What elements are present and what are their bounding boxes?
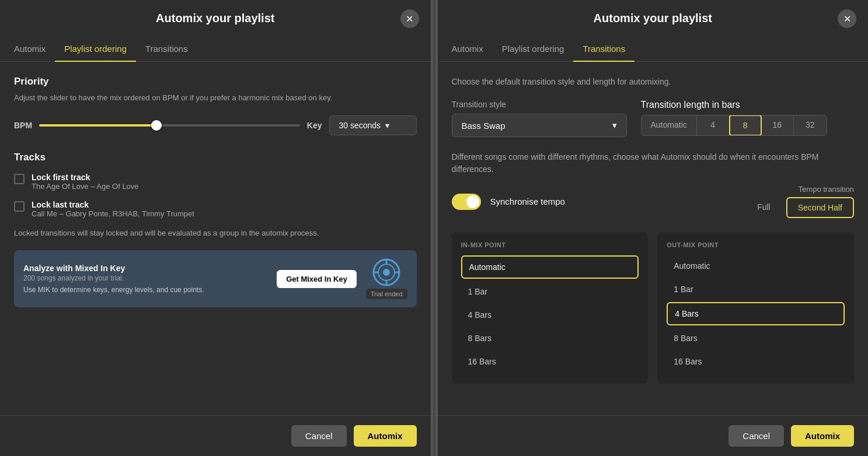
priority-title: Priority <box>14 76 417 87</box>
right-close-button[interactable]: ✕ <box>838 9 856 28</box>
mik-text: Analyze with Mixed In Key 200 songs anal… <box>23 264 267 294</box>
lock-first-track-option[interactable]: Lock first track The Age Of Love – Age O… <box>14 173 417 191</box>
key-label: Key <box>307 121 322 130</box>
locked-transitions-desc: Locked transitions will stay locked and … <box>14 227 417 239</box>
synchronise-tempo-toggle[interactable] <box>452 194 481 210</box>
transition-options-row: Transition style Bass Swap ▾ Transition … <box>452 100 855 137</box>
transition-style-dropdown[interactable]: Bass Swap ▾ <box>452 114 627 137</box>
in-mix-8-bars[interactable]: 8 Bars <box>461 328 639 349</box>
right-modal-title: Automix your playlist <box>594 12 712 25</box>
lock-last-sub: Call Me – Gabry Ponte, R3HAB, Timmy Trum… <box>32 209 194 218</box>
trial-badge: Trial ended <box>366 289 407 299</box>
right-modal-footer: Cancel Automix <box>438 415 869 456</box>
length-option-16[interactable]: 16 <box>761 115 794 135</box>
bpm-label: BPM <box>14 121 32 130</box>
left-modal-header: Automix your playlist ✕ <box>0 0 431 25</box>
svg-point-2 <box>383 269 390 276</box>
out-mix-point-panel: OUT-MIX POINT Automatic 1 Bar 4 Bars 8 B… <box>657 232 854 384</box>
right-automix-button[interactable]: Automix <box>791 425 854 447</box>
out-mix-16-bars[interactable]: 16 Bars <box>667 351 845 372</box>
out-mix-8-bars[interactable]: 8 Bars <box>667 328 845 349</box>
bpm-key-slider[interactable] <box>39 120 300 131</box>
seconds-dropdown[interactable]: 30 seconds ▾ <box>329 115 417 135</box>
left-modal-content: Priority Adjust the slider to have the m… <box>0 62 431 415</box>
in-mix-16-bars[interactable]: 16 Bars <box>461 351 639 372</box>
tracks-section: Tracks Lock first track The Age Of Love … <box>14 152 417 239</box>
priority-section: Priority Adjust the slider to have the m… <box>14 76 417 135</box>
tempo-transition-group: Tempo transition Full Second Half <box>746 185 854 218</box>
mik-desc: Use MIK to determine keys, energy levels… <box>23 286 267 294</box>
right-tab-automix[interactable]: Automix <box>452 39 493 62</box>
in-mix-automatic[interactable]: Automatic <box>461 255 639 279</box>
lock-last-content: Lock last track Call Me – Gabry Ponte, R… <box>32 200 194 218</box>
left-automix-button[interactable]: Automix <box>354 425 417 447</box>
tempo-second-half-option[interactable]: Second Half <box>786 197 854 218</box>
mik-subtitle: 200 songs analyzed in your trial. <box>23 274 267 282</box>
mix-points-row: IN-MIX POINT Automatic 1 Bar 4 Bars 8 Ba… <box>452 232 855 384</box>
mik-logo-icon <box>372 258 400 286</box>
slider-thumb <box>151 120 162 131</box>
lock-last-label: Lock last track <box>32 200 194 209</box>
tempo-transition-options: Full Second Half <box>746 197 854 218</box>
tracks-title: Tracks <box>14 152 417 163</box>
mik-title: Analyze with Mixed In Key <box>23 264 267 273</box>
in-mix-1-bar[interactable]: 1 Bar <box>461 281 639 302</box>
length-option-8[interactable]: 8 <box>729 115 762 136</box>
left-tab-playlist-ordering[interactable]: Playlist ordering <box>55 39 136 62</box>
lock-first-label: Lock first track <box>32 173 139 182</box>
right-tab-transitions[interactable]: Transitions <box>573 39 635 62</box>
in-mix-point-panel: IN-MIX POINT Automatic 1 Bar 4 Bars 8 Ba… <box>452 232 649 384</box>
left-modal: Automix your playlist ✕ Automix Playlist… <box>0 0 431 456</box>
right-modal-content: Choose the default transition style and … <box>438 62 869 415</box>
length-option-4[interactable]: 4 <box>697 115 730 135</box>
in-mix-title: IN-MIX POINT <box>461 241 639 248</box>
out-mix-title: OUT-MIX POINT <box>667 241 845 248</box>
transition-length-group: Transition length in bars Automatic 4 8 … <box>641 100 827 136</box>
right-cancel-button[interactable]: Cancel <box>728 425 784 447</box>
priority-desc: Adjust the slider to have the mix ordere… <box>14 92 417 104</box>
left-modal-title: Automix your playlist <box>156 12 274 25</box>
length-option-32[interactable]: 32 <box>794 115 827 135</box>
tempo-transition-label: Tempo transition <box>799 185 854 194</box>
transition-style-value: Bass Swap <box>462 121 506 131</box>
mik-logo: Trial ended <box>366 258 407 299</box>
slider-track <box>39 124 300 127</box>
modal-separator <box>433 0 435 456</box>
right-modal-header: Automix your playlist ✕ <box>438 0 869 25</box>
transitions-desc: Choose the default transition style and … <box>452 76 855 88</box>
lock-first-checkbox[interactable] <box>14 174 25 184</box>
synchronise-tempo-label: Synchronise tempo <box>490 197 565 206</box>
tempo-full-option[interactable]: Full <box>746 197 782 218</box>
out-mix-automatic[interactable]: Automatic <box>667 255 845 276</box>
lock-last-track-option[interactable]: Lock last track Call Me – Gabry Ponte, R… <box>14 200 417 218</box>
transition-style-group: Transition style Bass Swap ▾ <box>452 100 627 137</box>
left-close-button[interactable]: ✕ <box>400 9 419 28</box>
left-tabs: Automix Playlist ordering Transitions <box>0 30 431 62</box>
get-mixed-in-key-button[interactable]: Get Mixed In Key <box>277 270 357 288</box>
out-mix-4-bars[interactable]: 4 Bars <box>667 302 845 325</box>
right-tabs: Automix Playlist ordering Transitions <box>438 30 869 62</box>
right-modal: Automix your playlist ✕ Automix Playlist… <box>438 0 869 456</box>
transition-style-label: Transition style <box>452 100 627 109</box>
transition-length-options: Automatic 4 8 16 32 <box>641 115 827 136</box>
left-tab-automix[interactable]: Automix <box>14 39 55 62</box>
length-option-automatic[interactable]: Automatic <box>642 115 697 135</box>
tempo-row: Synchronise tempo Tempo transition Full … <box>452 185 855 218</box>
mik-banner: Analyze with Mixed In Key 200 songs anal… <box>14 250 417 307</box>
seconds-dropdown-value: 30 seconds <box>339 121 381 130</box>
dropdown-arrow-icon: ▾ <box>385 121 389 130</box>
lock-first-sub: The Age Of Love – Age Of Love <box>32 182 139 191</box>
toggle-thumb <box>466 195 479 208</box>
left-cancel-button[interactable]: Cancel <box>291 425 347 447</box>
right-tab-playlist-ordering[interactable]: Playlist ordering <box>493 39 574 62</box>
bpm-differences-desc: Different songs come with different rhyt… <box>452 151 855 176</box>
left-tab-transitions[interactable]: Transitions <box>136 39 197 62</box>
transition-style-arrow-icon: ▾ <box>612 120 617 131</box>
bpm-key-row: BPM Key 30 seconds ▾ <box>14 115 417 135</box>
slider-fill <box>39 124 156 127</box>
out-mix-1-bar[interactable]: 1 Bar <box>667 279 845 300</box>
in-mix-4-bars[interactable]: 4 Bars <box>461 304 639 325</box>
lock-first-content: Lock first track The Age Of Love – Age O… <box>32 173 139 191</box>
transition-length-label: Transition length in bars <box>641 100 827 110</box>
lock-last-checkbox[interactable] <box>14 201 25 212</box>
